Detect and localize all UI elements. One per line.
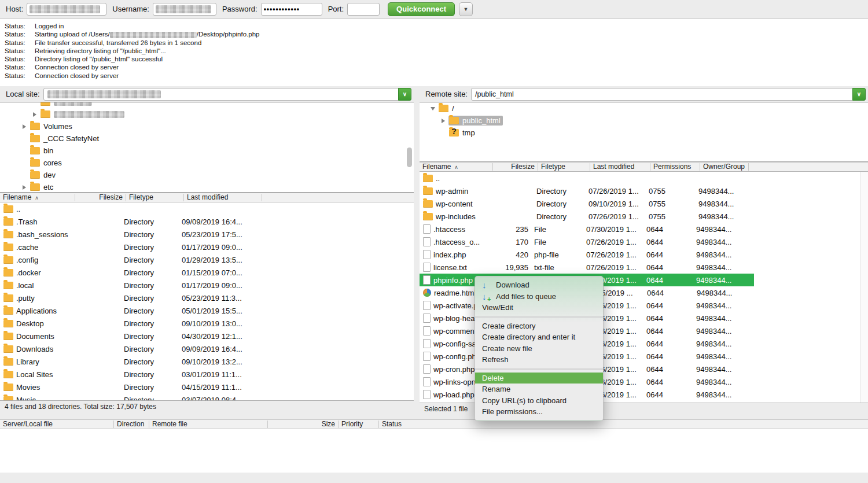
tree-item[interactable]: bin (0, 145, 414, 157)
tree-item[interactable]: public_html (420, 115, 868, 127)
file-row[interactable]: Desktop Directory 09/10/2019 13:0... (0, 317, 414, 330)
menu-item[interactable]: Add files to queue (475, 291, 603, 303)
permissions-cell: 0644 (643, 352, 693, 361)
local-file-list: .. .Trash Directory 09/09/2019 16:4... .… (0, 202, 414, 400)
tree-item[interactable]: etc (0, 181, 414, 193)
file-icon (423, 352, 431, 361)
file-row[interactable]: .putty Directory 05/23/2019 11:3... (0, 292, 414, 304)
filesize-cell: 420 (491, 250, 531, 259)
owner-group-cell: 9498344... (696, 187, 744, 196)
column-header-permissions[interactable]: Permissions (650, 163, 700, 171)
file-row[interactable]: .cache Directory 01/17/2019 09:0... (0, 241, 414, 253)
expand-arrow-icon[interactable] (428, 107, 438, 110)
file-row[interactable]: Downloads Directory 09/09/2019 16:4... (0, 342, 414, 355)
column-header-server-local-file[interactable]: Server/Local file (0, 421, 114, 428)
filetype-cell: Directory (121, 268, 179, 277)
column-header-filesize[interactable]: Filesize (493, 163, 538, 171)
file-row[interactable]: .. (0, 202, 414, 215)
menu-item[interactable]: View/Edit (475, 302, 603, 314)
log-line: Status: Directory listing of "/public_ht… (0, 55, 868, 63)
filetype-cell: Directory (534, 187, 586, 196)
file-row[interactable]: .bash_sessions Directory 05/23/2019 17:5… (0, 228, 414, 241)
column-header-filename[interactable]: Filename∧ (420, 163, 493, 171)
file-icon (3, 396, 13, 401)
file-row[interactable]: license.txt 19,935 txt-file 07/26/2019 1… (420, 261, 754, 274)
password-input[interactable] (261, 3, 322, 16)
column-header-filesize[interactable]: Filesize (75, 194, 126, 201)
folder-icon (449, 117, 459, 124)
column-header-last-modified[interactable]: Last modified (184, 194, 262, 201)
menu-item[interactable]: Refresh (475, 354, 603, 366)
log-message: Retrieving directory listing of "/public… (35, 47, 166, 55)
local-site-combobox[interactable]: ∨ (43, 88, 411, 101)
permissions-cell: 0644 (644, 289, 694, 297)
menu-item[interactable]: Create new file (475, 343, 603, 355)
permissions-cell: 0755 (646, 187, 696, 196)
tree-item[interactable]: Volumes (0, 120, 414, 132)
column-header-status[interactable]: Status (379, 421, 868, 428)
tree-item[interactable]: _CCC SafetyNet (0, 132, 414, 145)
menu-item[interactable]: File permissions... (475, 406, 603, 418)
quickconnect-button[interactable]: Quickconnect (388, 2, 455, 16)
file-row[interactable]: wp-admin Directory 07/26/2019 1... 0755 … (420, 185, 754, 197)
owner-group-cell: 9498344... (693, 263, 742, 272)
file-row[interactable]: Local Sites Directory 03/01/2019 11:1... (0, 368, 414, 381)
menu-item[interactable]: Copy URL(s) to clipboard (475, 395, 603, 407)
column-header-owner-group[interactable]: Owner/Group (700, 163, 749, 171)
menu-item[interactable]: Delete (475, 373, 603, 384)
owner-group-cell: 9498344... (693, 314, 742, 323)
file-row[interactable]: wp-content Directory 09/10/2019 1... 075… (420, 197, 754, 210)
expand-arrow-icon[interactable] (19, 124, 30, 129)
menu-item[interactable]: Download (475, 279, 603, 291)
column-header-filetype[interactable]: Filetype (538, 163, 590, 171)
column-header-last-modified[interactable]: Last modified (590, 163, 650, 171)
file-row[interactable]: Documents Directory 04/30/2019 12:1... (0, 330, 414, 342)
remote-site-dropdown-button[interactable]: ∨ (852, 88, 866, 101)
column-header-filetype[interactable]: Filetype (126, 194, 184, 201)
filetype-cell: php-file (531, 250, 583, 259)
last-modified-cell: 09/09/2019 16:4... (179, 217, 257, 226)
column-header-priority[interactable]: Priority (339, 421, 379, 428)
remote-list-scrollbar[interactable] (860, 172, 868, 403)
local-tree-scrollbar-thumb[interactable] (407, 148, 412, 167)
file-row[interactable]: .. (420, 172, 754, 185)
column-header-filename[interactable]: Filename∧ (0, 194, 75, 201)
tree-item[interactable]: cores (0, 157, 414, 169)
file-row[interactable]: .local Directory 01/17/2019 09:0... (0, 279, 414, 292)
file-row[interactable]: Music Directory 03/07/2019 08:4... (0, 393, 414, 400)
file-row[interactable]: .htaccess 235 File 07/30/2019 1... 0644 … (420, 223, 754, 235)
menu-item[interactable]: Create directory (475, 320, 603, 332)
quickconnect-dropdown-button[interactable]: ▼ (459, 2, 473, 16)
local-site-dropdown-button[interactable]: ∨ (398, 88, 411, 101)
column-header-remote-file[interactable]: Remote file (149, 421, 268, 428)
file-row[interactable]: index.php 420 php-file 07/26/2019 1... 0… (420, 248, 754, 261)
tree-item[interactable]: / (420, 102, 868, 115)
menu-item[interactable] (475, 368, 603, 370)
expand-arrow-icon[interactable] (438, 119, 448, 123)
filetype-cell: Directory (534, 212, 586, 221)
menu-item[interactable]: Rename (475, 384, 603, 395)
column-header-size[interactable]: Size (295, 421, 339, 428)
tree-item[interactable]: dev (0, 169, 414, 181)
tree-item[interactable]: tmp (420, 127, 868, 139)
remote-site-combobox[interactable]: /public_html ∨ (471, 88, 866, 101)
folder-icon (30, 159, 40, 167)
file-row[interactable]: .Trash Directory 09/09/2019 16:4... (0, 215, 414, 228)
file-row[interactable]: Library Directory 09/10/2019 13:2... (0, 355, 414, 368)
port-input[interactable] (347, 3, 380, 16)
filename-cell: wp-admin (433, 187, 493, 196)
expand-arrow-icon[interactable] (30, 112, 40, 117)
file-row[interactable]: Movies Directory 04/15/2019 11:1... (0, 381, 414, 393)
column-header-direction[interactable]: Direction (114, 421, 149, 428)
menu-item[interactable] (475, 316, 603, 318)
file-row[interactable]: .htaccess_o... 170 File 07/26/2019 1... … (420, 235, 754, 248)
menu-item[interactable]: Create directory and enter it (475, 331, 603, 343)
tree-item[interactable] (0, 102, 414, 108)
file-row[interactable]: wp-includes Directory 07/26/2019 1... 07… (420, 210, 754, 223)
file-row[interactable]: Applications Directory 05/01/2019 15:5..… (0, 304, 414, 317)
file-icon (3, 218, 13, 226)
tree-item[interactable] (0, 108, 414, 120)
file-row[interactable]: .docker Directory 01/15/2019 07:0... (0, 266, 414, 279)
expand-arrow-icon[interactable] (19, 185, 30, 190)
file-row[interactable]: .config Directory 01/29/2019 13:5... (0, 253, 414, 266)
